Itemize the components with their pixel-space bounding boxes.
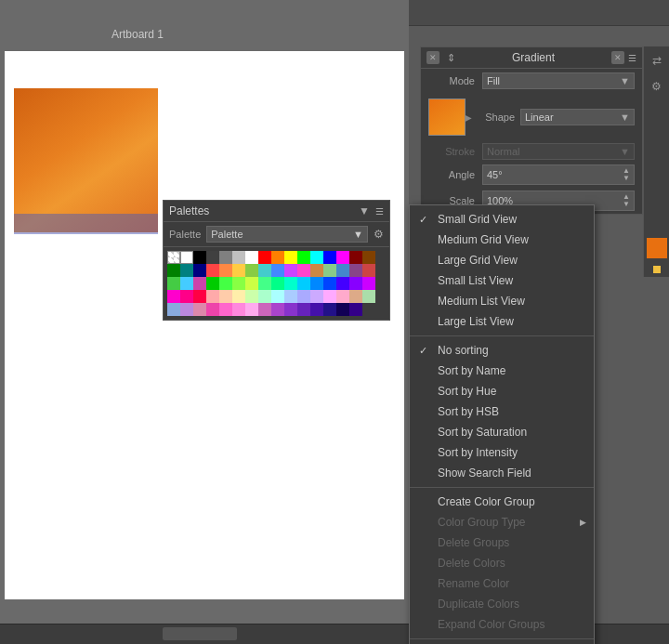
color-cell[interactable] (362, 251, 375, 264)
color-cell[interactable] (206, 277, 219, 290)
color-cell[interactable] (258, 264, 271, 277)
menu-item-create-color-group[interactable]: Create Color Group (410, 492, 594, 512)
color-cell[interactable] (193, 303, 206, 316)
color-cell[interactable] (271, 290, 284, 303)
color-cell[interactable] (362, 264, 375, 277)
color-cell[interactable] (336, 303, 349, 316)
color-cell[interactable] (245, 264, 258, 277)
menu-item-sort-by-name[interactable]: Sort by Name (410, 361, 594, 381)
shape-select[interactable]: Linear ▼ (520, 109, 635, 125)
gradient-swatch[interactable]: ▶ (428, 99, 466, 136)
color-cell[interactable] (297, 303, 310, 316)
menu-item-small-list-view[interactable]: Small List View (410, 270, 594, 291)
color-cell[interactable] (310, 303, 323, 316)
color-cell[interactable] (193, 264, 206, 277)
angle-spinner[interactable]: ▲▼ (623, 167, 630, 182)
color-cell[interactable] (258, 303, 271, 316)
color-cell[interactable] (219, 303, 232, 316)
menu-item-medium-grid-view[interactable]: Medium Grid View (410, 230, 594, 250)
color-cell[interactable] (193, 251, 206, 264)
angle-input[interactable]: 45° ▲▼ (482, 164, 635, 185)
color-cell[interactable] (271, 303, 284, 316)
color-cell[interactable] (180, 277, 193, 290)
color-cell[interactable] (297, 290, 310, 303)
color-cell[interactable] (271, 264, 284, 277)
color-cell[interactable] (180, 290, 193, 303)
menu-item-large-grid-view[interactable]: Large Grid View (410, 250, 594, 270)
gradient-arrows[interactable]: ⇕ (447, 52, 455, 64)
color-cell[interactable] (245, 251, 258, 264)
menu-item-show-search-field[interactable]: Show Search Field (410, 463, 594, 483)
palettes-menu-btn[interactable]: ☰ (375, 206, 384, 217)
color-cell[interactable] (349, 303, 362, 316)
color-cell[interactable] (245, 303, 258, 316)
gradient-menu-btn[interactable]: ☰ (628, 53, 636, 63)
color-cell[interactable] (245, 290, 258, 303)
color-cell[interactable] (323, 264, 336, 277)
color-cell[interactable] (349, 264, 362, 277)
palette-settings-btn[interactable]: ⚙ (374, 228, 384, 241)
sliders-icon[interactable]: ⚙ (647, 76, 667, 97)
color-cell[interactable] (336, 264, 349, 277)
color-cell[interactable] (349, 290, 362, 303)
menu-item-sort-by-intensity[interactable]: Sort by Intensity (410, 442, 594, 463)
color-cell[interactable] (310, 277, 323, 290)
color-cell[interactable] (206, 303, 219, 316)
color-cell[interactable] (232, 303, 245, 316)
color-cell[interactable] (362, 277, 375, 290)
color-cell[interactable] (219, 251, 232, 264)
color-cell[interactable] (258, 251, 271, 264)
menu-item-sort-by-saturation[interactable]: Sort by Saturation (410, 422, 594, 442)
zoom-slider[interactable] (163, 627, 237, 640)
color-cell[interactable] (167, 251, 180, 264)
menu-item-large-list-view[interactable]: Large List View (410, 311, 594, 332)
color-cell[interactable] (297, 251, 310, 264)
color-cell[interactable] (271, 277, 284, 290)
color-cell[interactable] (284, 303, 297, 316)
color-cell[interactable] (206, 264, 219, 277)
color-cell[interactable] (167, 303, 180, 316)
color-cell[interactable] (336, 277, 349, 290)
menu-item-medium-list-view[interactable]: Medium List View (410, 291, 594, 311)
palettes-dropdown-arrow[interactable]: ▼ (359, 204, 370, 217)
color-cell[interactable] (180, 303, 193, 316)
menu-item-no-sorting[interactable]: No sorting (410, 340, 594, 361)
color-cell[interactable] (206, 290, 219, 303)
color-cell[interactable] (167, 277, 180, 290)
color-cell[interactable] (167, 290, 180, 303)
color-cell[interactable] (323, 251, 336, 264)
palette-dropdown[interactable]: Palette ▼ (206, 226, 368, 243)
menu-item-sort-by-hsb[interactable]: Sort by HSB (410, 401, 594, 422)
color-cell[interactable] (284, 277, 297, 290)
color-cell[interactable] (193, 277, 206, 290)
menu-item-sort-by-hue[interactable]: Sort by Hue (410, 381, 594, 401)
refresh-icon[interactable]: ⇄ (647, 50, 667, 71)
color-cell[interactable] (232, 277, 245, 290)
gradient-close-btn[interactable]: ✕ (426, 51, 439, 64)
color-cell[interactable] (271, 251, 284, 264)
color-cell[interactable] (349, 251, 362, 264)
color-cell[interactable] (258, 290, 271, 303)
color-cell[interactable] (284, 264, 297, 277)
color-cell[interactable] (284, 290, 297, 303)
color-cell[interactable] (219, 277, 232, 290)
color-cell[interactable] (297, 264, 310, 277)
color-cell[interactable] (180, 264, 193, 277)
color-cell[interactable] (336, 290, 349, 303)
color-cell[interactable] (336, 251, 349, 264)
color-cell[interactable] (349, 277, 362, 290)
color-cell[interactable] (232, 251, 245, 264)
color-cell[interactable] (323, 303, 336, 316)
color-cell[interactable] (167, 264, 180, 277)
color-cell[interactable] (362, 290, 375, 303)
color-cell[interactable] (284, 251, 297, 264)
mode-select[interactable]: Fill ▼ (482, 72, 635, 89)
color-cell[interactable] (310, 264, 323, 277)
color-cell[interactable] (219, 264, 232, 277)
color-cell[interactable] (232, 264, 245, 277)
color-cell[interactable] (245, 277, 258, 290)
color-cell[interactable] (258, 277, 271, 290)
color-cell[interactable] (310, 251, 323, 264)
color-cell[interactable] (323, 277, 336, 290)
color-cell[interactable] (206, 251, 219, 264)
